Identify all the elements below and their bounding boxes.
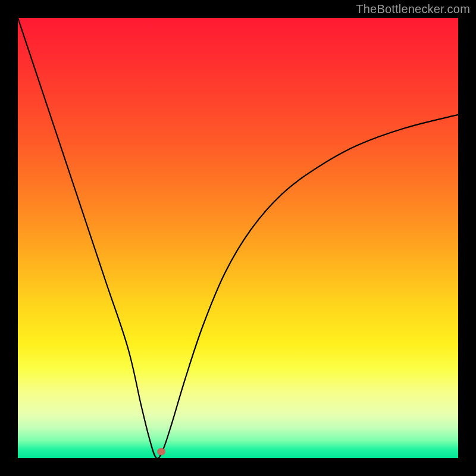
curve-svg <box>18 18 458 458</box>
bottleneck-curve-path <box>18 18 458 458</box>
attribution-label: TheBottlenecker.com <box>356 2 470 16</box>
chart-container: TheBottlenecker.com <box>0 0 476 476</box>
optimum-marker <box>157 448 165 455</box>
plot-area <box>18 18 458 458</box>
